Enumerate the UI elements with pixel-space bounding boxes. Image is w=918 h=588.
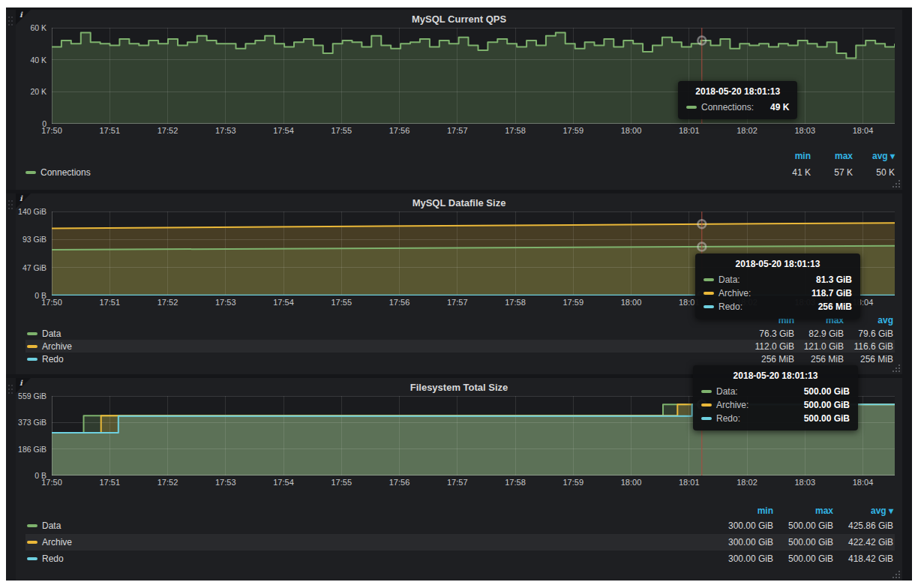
series-color-dash-icon xyxy=(686,106,697,109)
legend-series-label: Archive xyxy=(42,537,72,548)
y-tick-label: 47 GiB xyxy=(22,263,46,272)
dashboard-row-2: i MySQL Datafile Size 140 GiB93 GiB47 Gi… xyxy=(6,194,912,374)
x-tick-label: 17:53 xyxy=(215,298,236,307)
tooltip-series-value: 500.00 GiB xyxy=(792,398,850,412)
stat-value-max: 256 MiB xyxy=(794,354,844,364)
legend-row-archive: Archive300.00 GiB500.00 GiB422.42 GiB xyxy=(26,534,895,550)
stat-header-max[interactable]: max xyxy=(811,151,853,161)
legend-series-data[interactable]: Data xyxy=(27,328,745,339)
stat-value-max: 500.00 GiB xyxy=(773,537,833,548)
stat-value-avg: 79.6 GiB xyxy=(844,328,893,339)
x-tick-label: 17:56 xyxy=(389,298,410,307)
tooltip-series-label: Redo: xyxy=(718,300,742,314)
x-tick-label: 17:54 xyxy=(273,298,294,307)
stat-header-min[interactable]: min xyxy=(769,151,811,161)
row-drag-handle[interactable] xyxy=(6,10,16,190)
panel-info-corner[interactable] xyxy=(16,194,31,208)
series-color-dash-icon xyxy=(27,541,38,544)
stat-value-min: 300.00 GiB xyxy=(713,520,773,531)
x-tick-label: 17:51 xyxy=(99,478,120,487)
x-tick-label: 17:57 xyxy=(447,478,468,487)
tooltip-series-value: 256 MiB xyxy=(806,300,852,314)
stat-header-max[interactable]: max xyxy=(773,506,833,516)
row-drag-handle[interactable] xyxy=(6,378,16,580)
stat-value-avg: 425.86 GiB xyxy=(833,520,893,531)
x-tick-label: 18:00 xyxy=(621,298,642,307)
tooltip-series-value: 500.00 GiB xyxy=(792,412,850,425)
x-tick-label: 18:02 xyxy=(736,478,758,487)
series-color-dash-icon xyxy=(27,332,38,335)
legend-series-redo[interactable]: Redo xyxy=(27,354,745,364)
legend: minmaxavgData76.3 GiB82.9 GiB79.6 GiBArc… xyxy=(26,314,895,365)
legend-row-redo: Redo300.00 GiB500.00 GiB418.42 GiB xyxy=(26,550,895,567)
x-tick-label: 17:54 xyxy=(273,126,294,135)
row-drag-handle[interactable] xyxy=(6,194,16,374)
panel-title[interactable]: MySQL Current QPS xyxy=(16,10,902,28)
y-tick-label: 40 K xyxy=(30,56,46,64)
panel-resize-handle[interactable] xyxy=(892,364,900,372)
tooltip-series-label: Archive: xyxy=(718,286,751,300)
x-tick-label: 17:56 xyxy=(389,126,410,135)
x-tick-label: 17:55 xyxy=(331,126,352,135)
series-color-dash-icon xyxy=(704,278,714,281)
tooltip-series-label: Connections: xyxy=(701,100,754,114)
stat-value-max: 500.00 GiB xyxy=(773,554,833,564)
grafana-dashboard: i MySQL Current QPS 60 K40 K20 K0 17:501… xyxy=(6,8,912,580)
tooltip-time: 2018-05-20 18:01:13 xyxy=(704,259,852,269)
y-tick-label: 186 GiB xyxy=(18,445,46,454)
tooltip-series-value: 49 K xyxy=(758,100,789,114)
panel-title[interactable]: MySQL Datafile Size xyxy=(16,194,902,212)
tooltip-time: 2018-05-20 18:01:13 xyxy=(686,86,789,97)
grip-dots-icon xyxy=(8,385,10,386)
panel-resize-handle[interactable] xyxy=(892,570,900,578)
y-axis-labels: 140 GiB93 GiB47 GiB0 B xyxy=(16,212,50,309)
x-tick-label: 18:03 xyxy=(794,478,815,487)
x-tick-label: 17:50 xyxy=(41,478,62,487)
x-tick-label: 17:55 xyxy=(331,298,352,307)
legend-series-label: Archive xyxy=(42,341,72,352)
panel-resize-handle[interactable] xyxy=(892,179,900,188)
hover-tooltip: 2018-05-20 18:01:13 Data:500.00 GiBArchi… xyxy=(693,365,858,430)
series-color-dash-icon xyxy=(26,171,36,174)
series-color-dash-icon xyxy=(701,404,712,406)
series-color-dash-icon xyxy=(704,305,714,308)
stat-header-min[interactable]: min xyxy=(713,506,773,516)
tooltip-series-row: Data:81.3 GiB xyxy=(704,273,852,286)
y-tick-label: 93 GiB xyxy=(22,235,46,244)
tooltip-series-value: 500.00 GiB xyxy=(792,385,850,398)
y-tick-label: 60 K xyxy=(30,23,46,32)
legend-series-archive[interactable]: Archive xyxy=(27,341,745,352)
dashboard-row-3: i Filesystem Total Size 559 GiB373 GiB18… xyxy=(6,378,912,580)
x-tick-label: 18:04 xyxy=(853,126,874,135)
panel-info-corner[interactable] xyxy=(16,10,31,25)
x-tick-label: 18:01 xyxy=(679,126,700,135)
stat-header-avg-[interactable]: avg ▾ xyxy=(833,506,893,516)
legend-series-connections[interactable]: Connections xyxy=(26,167,91,178)
legend-series-redo[interactable]: Redo xyxy=(27,554,713,564)
stat-value-max: 82.9 GiB xyxy=(794,328,844,339)
legend-stats: minmaxavg ▾41 K57 K50 K xyxy=(769,151,895,178)
series-color-dash-icon xyxy=(704,292,714,295)
legend-row-redo: Redo256 MiB256 MiB256 MiB xyxy=(26,352,895,365)
legend-series-label: Redo xyxy=(42,354,64,364)
x-tick-label: 17:52 xyxy=(158,126,178,135)
legend: minmaxavg ▾Data300.00 GiB500.00 GiB425.8… xyxy=(26,504,895,567)
tooltip-series-value: 81.3 GiB xyxy=(804,273,852,286)
legend-series-data[interactable]: Data xyxy=(27,520,713,531)
x-tick-label: 17:53 xyxy=(215,478,236,487)
tooltip-rows: Data:500.00 GiBArchive:500.00 GiBRedo:50… xyxy=(701,385,850,425)
x-tick-label: 17:50 xyxy=(41,298,62,307)
hover-tooltip: 2018-05-20 18:01:13 Data:81.3 GiBArchive… xyxy=(695,254,860,319)
panel-filesystem-total-size: i Filesystem Total Size 559 GiB373 GiB18… xyxy=(16,378,902,580)
x-tick-label: 17:59 xyxy=(562,478,584,487)
stat-value-avg: 256 MiB xyxy=(844,354,893,364)
tooltip-series-row: Redo:256 MiB xyxy=(704,300,852,314)
grip-dots-icon xyxy=(8,16,10,18)
stat-value-max: 121.0 GiB xyxy=(794,341,844,352)
x-tick-label: 17:56 xyxy=(389,478,410,487)
tooltip-series-label: Redo: xyxy=(716,412,740,425)
panel-info-corner[interactable] xyxy=(16,378,31,393)
legend-series-archive[interactable]: Archive xyxy=(27,537,713,548)
series-color-dash-icon xyxy=(27,358,38,361)
stat-header-avg-[interactable]: avg ▾ xyxy=(853,151,895,161)
